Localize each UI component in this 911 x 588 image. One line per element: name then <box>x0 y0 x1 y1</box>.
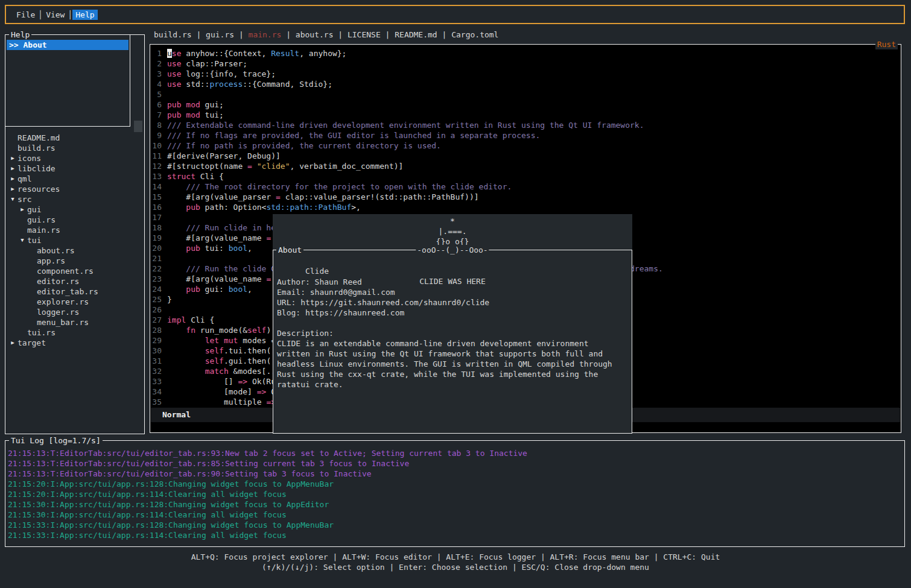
tree-item-component-rs[interactable]: component.rs <box>5 266 143 276</box>
tab-license[interactable]: LICENSE <box>348 30 381 39</box>
tree-item-editor-rs[interactable]: editor.rs <box>5 276 143 286</box>
about-dialog: * |.===. {}o o{} About -ooO--(_)--Ooo- C… <box>273 214 632 434</box>
line-number: 26 <box>152 305 162 315</box>
log-line: 21:15:33:I:App:src/tui/app.rs:128:Changi… <box>8 520 527 530</box>
tree-item-explorer-rs[interactable]: explorer.rs <box>5 297 143 307</box>
tree-item-label: resources <box>17 184 60 194</box>
line-number: 17 <box>152 212 162 223</box>
tree-item-gui-rs[interactable]: gui.rs <box>5 215 143 225</box>
tree-item-main-rs[interactable]: main.rs <box>5 225 143 235</box>
tree-item-label: README.md <box>17 133 60 143</box>
about-dialog-title: About <box>276 245 303 255</box>
tree-item-gui[interactable]: ▶gui <box>5 204 143 215</box>
line-number: 35 <box>152 397 162 407</box>
line-number: 15 <box>152 192 162 202</box>
line-number: 31 <box>152 356 162 366</box>
line-number: 22 <box>152 264 162 274</box>
log-line: 21:15:13:T:EditorTab:src/tui/editor_tab.… <box>8 448 527 458</box>
code-line: 14 /// The root directory for the projec… <box>152 182 663 192</box>
tui-log-panel: Tui Log [log=1.7/s] 21:15:13:T:EditorTab… <box>5 440 905 547</box>
dropdown-item-about[interactable]: >> About <box>7 40 129 50</box>
about-dialog-box: About -ooO--(_)--Ooo- Clide CLIDE WAS HE… <box>273 250 632 434</box>
about-dialog-body: Author: Shaun Reed Email: shaunrd0@gmail… <box>277 267 628 390</box>
tree-item-tui-rs[interactable]: tui.rs <box>5 327 143 338</box>
tree-item-label: tui <box>27 235 41 245</box>
tab-gui-rs[interactable]: gui.rs <box>206 30 234 39</box>
chevron-collapsed-icon: ▶ <box>8 163 17 174</box>
tree-item-label: qml <box>17 174 31 184</box>
menu-item-view[interactable]: View <box>43 10 68 20</box>
line-number: 20 <box>152 243 162 253</box>
tree-item-resources[interactable]: ▶resources <box>5 184 143 194</box>
tree-item-src[interactable]: ▼src <box>5 194 143 204</box>
log-line: 21:15:13:T:EditorTab:src/tui/editor_tab.… <box>8 458 527 469</box>
no-icon <box>27 256 37 266</box>
tree-item-qml[interactable]: ▶qml <box>5 174 143 184</box>
tree-item-editor-tab-rs[interactable]: editor_tab.rs <box>5 286 143 297</box>
tab-main-rs[interactable]: main.rs <box>249 30 282 39</box>
code-line: 10/// If no path is provided, the curren… <box>152 141 663 151</box>
line-number: 32 <box>152 366 162 376</box>
tab-separator: | <box>333 30 347 39</box>
code-line: 6pub mod gui; <box>152 100 663 110</box>
footer-shortcuts-primary: ALT+Q: Focus project explorer | ALT+W: F… <box>0 552 911 562</box>
tree-item-menu-bar-rs[interactable]: menu_bar.rs <box>5 317 143 327</box>
tree-item-label: libclide <box>17 163 56 174</box>
tab-about-rs[interactable]: about.rs <box>296 30 334 39</box>
log-line: 21:15:30:I:App:src/tui/app.rs:128:Changi… <box>8 499 527 510</box>
tree-item-build-rs[interactable]: build.rs <box>5 143 143 153</box>
code-line: 5 <box>152 89 663 100</box>
no-icon <box>27 276 37 286</box>
tab-build-rs[interactable]: build.rs <box>154 30 192 39</box>
line-number: 1 <box>152 48 162 58</box>
log-line: 21:15:20:I:App:src/tui/app.rs:114:Cleari… <box>8 489 527 499</box>
tree-item-libclide[interactable]: ▶libclide <box>5 163 143 174</box>
file-tree: README.mdbuild.rs▶icons▶libclide▶qml▶res… <box>5 133 143 348</box>
chevron-collapsed-icon: ▶ <box>8 153 17 163</box>
tree-item-icons[interactable]: ▶icons <box>5 153 143 163</box>
log-line: 21:15:30:I:App:src/tui/app.rs:114:Cleari… <box>8 510 527 520</box>
menu-item-help[interactable]: Help <box>72 10 97 20</box>
tree-item-label: app.rs <box>37 256 65 266</box>
tree-item-logger-rs[interactable]: logger.rs <box>5 307 143 317</box>
tree-item-readme-md[interactable]: README.md <box>5 133 143 143</box>
no-icon <box>17 225 27 235</box>
line-number: 3 <box>152 69 162 79</box>
editor-mode-label: Normal <box>162 410 191 419</box>
line-number: 9 <box>152 130 162 141</box>
tree-item-app-rs[interactable]: app.rs <box>5 256 143 266</box>
tab-separator: | <box>381 30 395 39</box>
no-icon <box>27 307 37 317</box>
tab-separator: | <box>192 30 206 39</box>
menu-bar: File│View│Help <box>5 5 905 24</box>
ascii-art-border: -ooO--(_)--Ooo- <box>416 245 489 255</box>
no-icon <box>17 215 27 225</box>
chevron-expanded-icon: ▼ <box>8 194 17 204</box>
tree-item-label: src <box>17 194 31 204</box>
code-line: 8/// Extendable command-line driven deve… <box>152 120 663 130</box>
tree-item-about-rs[interactable]: about.rs <box>5 245 143 256</box>
tree-item-target[interactable]: ▶target <box>5 338 143 348</box>
tab-readme-md[interactable]: README.md <box>395 30 437 39</box>
chevron-collapsed-icon: ▶ <box>8 184 17 194</box>
tree-item-label: logger.rs <box>37 307 79 317</box>
code-line: 15 #[arg(value_parser = clap::value_pars… <box>152 192 663 202</box>
language-badge: Rust <box>875 39 898 49</box>
no-icon <box>27 245 37 256</box>
no-icon <box>17 327 27 338</box>
tree-item-label: build.rs <box>17 143 56 153</box>
tui-log-title: Tui Log [log=1.7/s] <box>9 435 103 446</box>
editor-tab-bar: build.rs | gui.rs | main.rs | about.rs |… <box>154 30 498 40</box>
explorer-scrollbar-thumb[interactable] <box>134 121 142 132</box>
line-number: 6 <box>152 100 162 110</box>
line-number: 28 <box>152 325 162 335</box>
chevron-collapsed-icon: ▶ <box>8 174 17 184</box>
line-number: 14 <box>152 182 162 192</box>
line-number: 16 <box>152 202 162 212</box>
tree-item-tui[interactable]: ▼tui <box>5 235 143 245</box>
tab-cargo-toml[interactable]: Cargo.toml <box>451 30 498 39</box>
log-line: 21:15:20:I:App:src/tui/app.rs:128:Changi… <box>8 479 527 489</box>
menu-item-file[interactable]: File <box>13 10 38 20</box>
line-number: 18 <box>152 223 162 233</box>
tab-separator: | <box>281 30 295 39</box>
